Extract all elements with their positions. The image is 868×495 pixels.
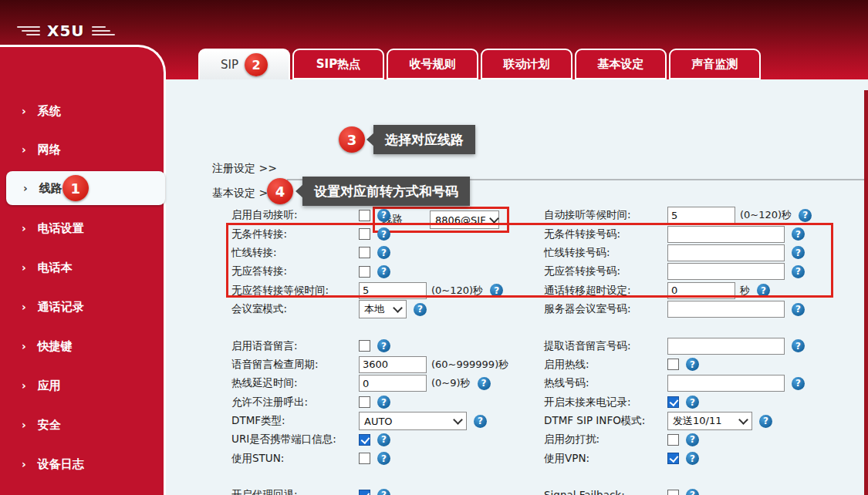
hotline-number-input[interactable] (667, 375, 785, 392)
tab-action-plan[interactable]: 联动计划 (481, 49, 572, 79)
help-icon[interactable]: ? (490, 284, 503, 297)
no-answer-forward-checkbox[interactable] (359, 266, 370, 278)
help-icon[interactable]: ? (792, 227, 805, 241)
sidebar-item-apps[interactable]: ›应用 (0, 369, 164, 402)
help-icon[interactable]: ? (474, 415, 487, 428)
help-icon[interactable]: ? (792, 377, 805, 390)
form-row: 使用STUN:?使用VPN:? (231, 450, 849, 468)
tab-voice-monitor[interactable]: 声音监测 (669, 49, 761, 79)
sidebar-item-device-log[interactable]: ›设备日志 (0, 447, 164, 481)
unregistered-call-out-checkbox[interactable] (359, 396, 370, 408)
tab-sip-hotspot[interactable]: SIP热点 (292, 49, 384, 79)
call-transfer-timeout-input[interactable] (667, 282, 735, 299)
use-vpn-checkbox[interactable] (667, 453, 679, 464)
field-hotline-number: 热线号码:? (544, 375, 849, 392)
help-icon[interactable]: ? (686, 452, 699, 465)
field-label: 启用语音留言: (231, 339, 359, 353)
conference-mode-select[interactable]: 本地 (359, 300, 407, 318)
form-row: 语音留言检查周期:(60~999999)秒启用热线:? (231, 355, 849, 374)
sidebar-item-label: 设备日志 (38, 457, 84, 472)
help-icon[interactable]: ? (686, 433, 699, 446)
field-server-conference-number: 服务器会议室号码:? (544, 301, 849, 318)
chevron-right-icon: › (22, 458, 26, 470)
field-missed-call-log: 开启未接来电记录:? (544, 396, 849, 409)
tab-label: 联动计划 (504, 57, 550, 72)
tab-label: SIP (221, 58, 238, 72)
tab-basic-settings[interactable]: 基本设定 (575, 49, 667, 79)
help-icon[interactable]: ? (792, 303, 805, 316)
sidebar-item-call-log[interactable]: ›通话记录 (0, 290, 164, 324)
sidebar-item-system[interactable]: ›系统 (0, 94, 164, 128)
proxy-fallback-checkbox[interactable] (359, 490, 370, 495)
help-icon[interactable]: ? (377, 227, 390, 241)
form-row: 热线延迟时间:(0~9)秒?热线号码:? (231, 374, 849, 392)
field-auto-answer-wait-time: 自动接听等候时间:(0~120)秒? (544, 207, 849, 224)
sidebar-item-label: 线路 (39, 181, 62, 196)
server-conference-number-input[interactable] (667, 301, 785, 318)
chevron-right-icon: › (22, 301, 26, 313)
field-use-vpn: 使用VPN:? (544, 452, 849, 466)
voicemail-number-input[interactable] (667, 338, 785, 355)
help-icon[interactable]: ? (377, 265, 390, 278)
dnd-enable-checkbox[interactable] (667, 434, 679, 446)
missed-call-log-checkbox[interactable] (667, 396, 679, 408)
unconditional-forward-number-input[interactable] (667, 226, 785, 243)
help-icon[interactable]: ? (414, 303, 427, 316)
uri-with-port-checkbox[interactable] (359, 434, 370, 446)
tab-dial-rule[interactable]: 收号规则 (387, 49, 478, 79)
voicemail-check-period-input[interactable] (359, 356, 427, 373)
form-row: 允许不注册呼出:?开启未接来电记录:? (231, 393, 849, 412)
help-icon[interactable]: ? (377, 452, 390, 465)
register-settings-link[interactable]: 注册设定 >> (212, 162, 277, 176)
sidebar-item-security[interactable]: ›安全 (0, 408, 164, 442)
auto-answer-enable-checkbox[interactable] (359, 210, 370, 221)
select-value: AUTO (364, 416, 393, 427)
hotline-enable-checkbox[interactable] (667, 359, 679, 370)
busy-forward-number-input[interactable] (667, 244, 785, 261)
auto-answer-wait-time-input[interactable] (667, 207, 735, 224)
dtmf-type-select[interactable]: AUTO (359, 412, 467, 430)
field-suffix: (0~120)秒 (740, 208, 792, 222)
field-label: 会议室模式: (231, 302, 359, 316)
help-icon[interactable]: ? (377, 489, 390, 495)
sidebar-item-phonebook[interactable]: ›电话本 (0, 251, 164, 285)
unconditional-forward-checkbox[interactable] (359, 228, 370, 240)
help-icon[interactable]: ? (799, 209, 812, 222)
tab-sip[interactable]: SIP2 (198, 49, 290, 79)
field-label: Signal Failback: (544, 489, 667, 495)
busy-forward-checkbox[interactable] (359, 247, 370, 258)
dtmf-sip-info-mode-select[interactable]: 发送10/11 (667, 412, 752, 430)
sidebar-item-hotkey[interactable]: ›快捷键 (0, 329, 164, 363)
help-icon[interactable]: ? (792, 265, 805, 278)
sidebar-item-network[interactable]: ›网络 (0, 133, 164, 167)
help-icon[interactable]: ? (759, 415, 772, 428)
field-no-answer-forward-number: 无应答转接号码:? (544, 263, 849, 280)
help-icon[interactable]: ? (686, 396, 699, 409)
field-hotline-delay: 热线延迟时间:(0~9)秒? (231, 375, 544, 392)
help-icon[interactable]: ? (686, 489, 699, 495)
signal-failback-checkbox[interactable] (667, 490, 679, 495)
main-content: 线路 8806@SIF 3 选择对应线路 注册设定 >> 基本设定 >> 4 设… (168, 79, 868, 495)
voicemail-enable-checkbox[interactable] (359, 340, 370, 352)
no-answer-forward-wait-time-input[interactable] (359, 282, 427, 299)
help-icon[interactable]: ? (478, 377, 491, 390)
help-icon[interactable]: ? (757, 284, 770, 297)
help-icon[interactable]: ? (377, 339, 390, 352)
help-icon[interactable]: ? (792, 246, 805, 259)
form-row: 忙线转接:?忙线转接号码:? (231, 244, 849, 262)
no-answer-forward-number-input[interactable] (667, 263, 785, 280)
hotline-delay-input[interactable] (359, 375, 427, 392)
chevron-right-icon: › (22, 143, 26, 156)
help-icon[interactable]: ? (377, 209, 390, 222)
field-suffix: (0~120)秒 (431, 284, 483, 298)
help-icon[interactable]: ? (377, 246, 390, 259)
sidebar-item-line[interactable]: ›线路1 (6, 171, 165, 205)
sidebar-item-phone-settings[interactable]: ›电话设置 (0, 211, 164, 245)
window-right-border (864, 90, 868, 495)
help-icon[interactable]: ? (377, 433, 390, 446)
help-icon[interactable]: ? (792, 339, 805, 352)
use-stun-checkbox[interactable] (359, 453, 370, 464)
help-icon[interactable]: ? (686, 358, 699, 371)
field-label: 忙线转接号码: (544, 246, 667, 260)
help-icon[interactable]: ? (377, 396, 390, 409)
